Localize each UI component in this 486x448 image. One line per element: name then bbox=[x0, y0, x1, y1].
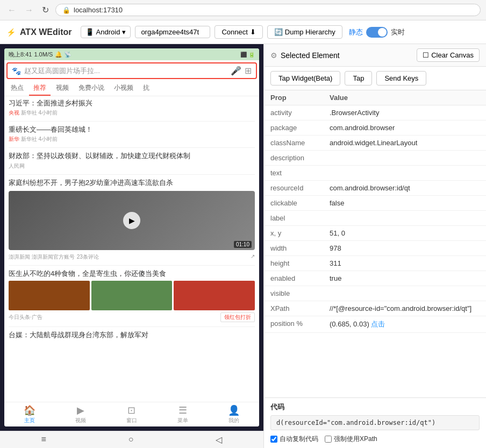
paw-icon: 🐾 bbox=[12, 67, 21, 75]
table-row: description bbox=[264, 151, 486, 166]
prop-cell: resourceId bbox=[264, 181, 323, 196]
send-keys-button[interactable]: Send Keys bbox=[376, 71, 426, 86]
nav-video[interactable]: ▶ 视频 bbox=[55, 404, 106, 424]
prop-cell: visible bbox=[264, 286, 323, 301]
nav-home[interactable]: 🏠 主页 bbox=[4, 404, 55, 424]
browser-bar: ← → ↻ 🔒 localhost:17310 bbox=[0, 0, 486, 20]
food-img-1 bbox=[9, 281, 90, 310]
video-thumbnail[interactable]: ▶ 01:10 bbox=[9, 191, 255, 250]
sys-back-button[interactable]: ◁ bbox=[216, 435, 222, 445]
forward-nav-button[interactable]: → bbox=[23, 4, 35, 16]
dump-label: Dump Hierarchy bbox=[285, 28, 335, 36]
mic-icon[interactable]: 🎤 bbox=[231, 66, 241, 76]
system-nav: ≡ ○ ◁ bbox=[0, 431, 263, 448]
value-cell: false bbox=[323, 196, 486, 211]
realtime-label: 实时 bbox=[391, 27, 405, 37]
news-content: 习近平：全面推进乡村振兴 央视 新华社 4小时前 重磅长文——春回英雄城！ 新华… bbox=[4, 96, 259, 402]
prop-cell: text bbox=[264, 166, 323, 181]
tab-bar: 热点 推荐 视频 免费小说 小视频 抗 bbox=[4, 81, 259, 96]
news-item-4[interactable]: 家庭纠纷想不开，男子抱2岁幼童冲进高速车流欲自杀 ▶ 01:10 澎湃新闻 澎湃… bbox=[9, 178, 255, 261]
value-column-header: Value bbox=[323, 90, 486, 105]
code-section: 代码 d(resourceId="com.android.browser:id/… bbox=[264, 397, 486, 448]
tab-recommend[interactable]: 推荐 bbox=[29, 81, 51, 96]
tab-hot[interactable]: 热点 bbox=[6, 81, 28, 96]
play-button[interactable]: ▶ bbox=[123, 212, 140, 229]
scan-icon[interactable]: ⊞ bbox=[245, 66, 252, 76]
serial-input[interactable] bbox=[135, 26, 210, 38]
news-source-3: 人民网 bbox=[9, 162, 255, 170]
tab-novel[interactable]: 免费小说 bbox=[74, 81, 109, 96]
value-cell: 51, 0 bbox=[323, 226, 486, 241]
food-img-3 bbox=[174, 281, 255, 310]
window-nav-label: 窗口 bbox=[126, 417, 137, 424]
value-cell: (0.685, 0.03) 点击 bbox=[323, 316, 486, 333]
element-header: ⚙ Selected Element ☐ Clear Canvas bbox=[264, 44, 486, 67]
prop-column-header: Prop bbox=[264, 90, 323, 105]
feedback-btn[interactable]: 领红包打折 bbox=[220, 312, 255, 322]
prop-cell: clickable bbox=[264, 196, 323, 211]
video-nav-label: 视频 bbox=[75, 417, 86, 424]
address-bar[interactable]: 🔒 localhost:17310 bbox=[55, 4, 481, 16]
prop-cell: label bbox=[264, 211, 323, 226]
news-title-5: 医生从不吃的4种食物，全是寄生虫，你还傻当美食 bbox=[9, 269, 255, 279]
action-buttons: Tap Widget(Beta) Tap Send Keys bbox=[264, 67, 486, 90]
table-row: resourceIdcom.android.browser:id/qt bbox=[264, 181, 486, 196]
value-cell: .BrowserActivity bbox=[323, 105, 486, 120]
value-cell: android.widget.LinearLayout bbox=[323, 136, 486, 151]
device-selector[interactable]: 📱 Android ▾ bbox=[81, 26, 131, 38]
force-xpath-checkbox[interactable] bbox=[325, 436, 332, 443]
settings-icon: ⚙ bbox=[270, 51, 277, 60]
search-bar[interactable]: 🐾 赵又廷高圆圆片场手拉... 🎤 ⊞ bbox=[6, 62, 257, 79]
news-item-5[interactable]: 医生从不吃的4种食物，全是寄生虫，你还傻当美食 今日头条·广告 领红包打折 bbox=[9, 269, 255, 322]
dump-hierarchy-button[interactable]: 🔄 Dump Hierarchy bbox=[267, 25, 342, 39]
tab-more[interactable]: 抗 bbox=[139, 81, 154, 96]
connect-label: Connect bbox=[221, 28, 247, 36]
prop-cell: enabled bbox=[264, 271, 323, 286]
back-nav-button[interactable]: ← bbox=[5, 4, 18, 16]
sys-menu-button[interactable]: ≡ bbox=[41, 435, 46, 445]
news-item-3[interactable]: 财政部：坚持以政领财、以财辅政，加快建立现代财税体制 人民网 bbox=[9, 151, 255, 169]
prop-cell: x, y bbox=[264, 226, 323, 241]
tap-button[interactable]: Tap bbox=[345, 71, 372, 86]
value-cell bbox=[323, 286, 486, 301]
news-item-6[interactable]: 台媒：大陆航母战群现身台湾东部，解放军对 bbox=[9, 330, 255, 340]
news-item-1[interactable]: 习近平：全面推进乡村振兴 央视 新华社 4小时前 bbox=[9, 98, 255, 117]
connect-button[interactable]: Connect ⬇ bbox=[215, 25, 262, 39]
window-nav-icon: ⊡ bbox=[127, 404, 135, 416]
table-row: XPath//*[@resource-id="com.android.brows… bbox=[264, 301, 486, 316]
status-right: ⬛ 🔋 bbox=[240, 52, 255, 58]
auto-copy-checkbox-label[interactable]: 自动复制代码 bbox=[270, 435, 318, 444]
phone-panel: 晚上8:41 1.0M/S 🔔 📡 ⬛ 🔋 🐾 赵又廷高圆圆片场手拉... 🎤 … bbox=[0, 44, 263, 448]
clear-canvas-button[interactable]: ☐ Clear Canvas bbox=[417, 48, 480, 62]
nav-window[interactable]: ⊡ 窗口 bbox=[106, 404, 158, 424]
share-icon[interactable]: ↗ bbox=[251, 253, 255, 261]
table-row: text bbox=[264, 166, 486, 181]
home-nav-icon: 🏠 bbox=[24, 404, 35, 416]
force-xpath-checkbox-label[interactable]: 强制使用XPath bbox=[325, 435, 377, 444]
prop-cell: className bbox=[264, 136, 323, 151]
tab-short-video[interactable]: 小视频 bbox=[110, 81, 138, 96]
chevron-down-icon: ▾ bbox=[122, 28, 126, 36]
tap-widget-beta-button[interactable]: Tap Widget(Beta) bbox=[270, 71, 340, 86]
video-meta: 澎湃新闻 澎湃新闻官方账号 23条评论 ↗ bbox=[9, 253, 255, 261]
lock-icon: 🔒 bbox=[62, 6, 70, 14]
news-title-6: 台媒：大陆航母战群现身台湾东部，解放军对 bbox=[9, 330, 255, 340]
mode-toggle-group: 静态 实时 bbox=[349, 27, 405, 38]
table-row: x, y51, 0 bbox=[264, 226, 486, 241]
profile-nav-icon: 👤 bbox=[228, 404, 240, 416]
news-item-2[interactable]: 重磅长文——春回英雄城！ 新华 新华社 4小时前 bbox=[9, 125, 255, 143]
time-text: 晚上8:41 bbox=[9, 51, 32, 59]
table-row: classNameandroid.widget.LinearLayout bbox=[264, 136, 486, 151]
code-box[interactable]: d(resourceId="com.android.browser:id/qt"… bbox=[270, 415, 480, 430]
auto-copy-checkbox[interactable] bbox=[270, 436, 277, 443]
element-title-text: Selected Element bbox=[281, 51, 340, 60]
nav-profile[interactable]: 👤 我的 bbox=[208, 404, 259, 424]
mode-toggle[interactable] bbox=[366, 27, 388, 38]
nav-menu[interactable]: ☰ 菜单 bbox=[157, 404, 208, 424]
position-click-link[interactable]: 点击 bbox=[371, 320, 385, 328]
auto-copy-label: 自动复制代码 bbox=[280, 435, 318, 444]
table-row: enabledtrue bbox=[264, 271, 486, 286]
reload-nav-button[interactable]: ↻ bbox=[40, 4, 51, 16]
tab-video[interactable]: 视频 bbox=[52, 81, 73, 96]
sys-home-button[interactable]: ○ bbox=[128, 435, 134, 445]
